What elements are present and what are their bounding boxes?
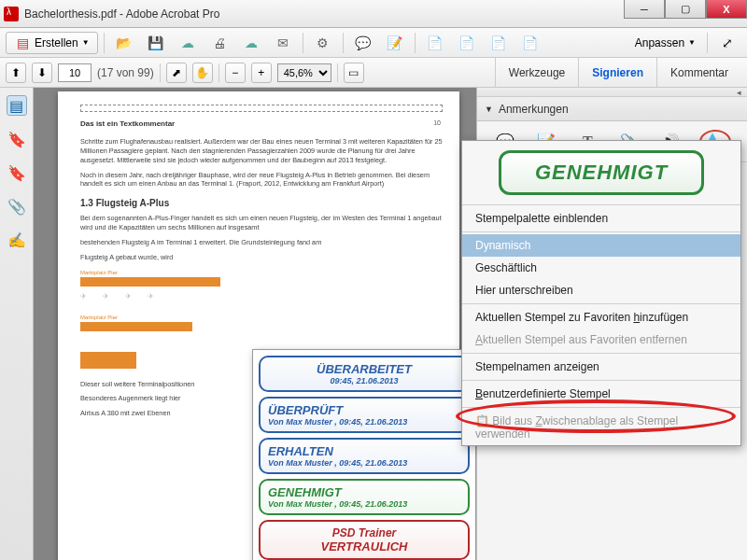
prev-page-button[interactable]: ⬆: [6, 63, 26, 83]
rail-bookmarks[interactable]: 🔖: [7, 129, 27, 149]
zoom-in-button[interactable]: +: [251, 63, 272, 83]
zoom-select[interactable]: 45,6%: [277, 63, 331, 82]
menu-dynamic[interactable]: Dynamisch: [462, 234, 740, 257]
plane-icon: ✈: [125, 292, 138, 305]
view-tool-button[interactable]: ▭: [344, 63, 364, 83]
highlight-button[interactable]: 📝: [381, 32, 409, 54]
comment-bubble-button[interactable]: 💬: [349, 32, 377, 54]
cloud-down-button[interactable]: ☁: [237, 32, 265, 54]
settings-button[interactable]: ⚙: [309, 32, 337, 54]
menu-show-names[interactable]: Stempelnamen anzeigen: [462, 356, 740, 378]
rail-bookmark2[interactable]: 🔖: [7, 162, 27, 183]
minimize-button[interactable]: ─: [624, 0, 665, 19]
hand-tool-button[interactable]: ✋: [192, 63, 213, 83]
body-text: bestehenden Flugsteig A im Terminal 1 er…: [80, 238, 443, 247]
tool-c-button[interactable]: 📄: [485, 32, 513, 54]
tool-a-button[interactable]: 📄: [421, 32, 449, 54]
pdf-icon: ▤: [14, 35, 31, 51]
tab-sign[interactable]: Signieren: [578, 58, 656, 88]
page-count: (17 von 99): [97, 66, 154, 79]
stamp-detail: Von Max Muster , 09:45, 21.06.2013: [268, 417, 460, 427]
folder-icon: 📂: [116, 35, 133, 51]
stamp-preview-big[interactable]: GENEHMIGT: [499, 150, 704, 195]
customize-label: Anpassen: [635, 36, 684, 49]
cloud-up-icon: ☁: [179, 35, 196, 51]
menu-add-favorite[interactable]: Aktuellen Stempel zu Favoriten hinzufüge…: [462, 306, 740, 329]
chevron-down-icon: ▼: [485, 105, 493, 114]
panel-collapse[interactable]: ◂: [477, 88, 747, 97]
body-text: Bei dem sogenannten A-Plus-Finger handel…: [80, 214, 443, 232]
tool-c-icon: 📄: [490, 35, 507, 51]
menu-custom-stamps[interactable]: Benutzerdefinierte Stempel: [462, 383, 740, 405]
customize-button[interactable]: Anpassen ▼: [629, 32, 701, 54]
rail-attachments[interactable]: 📎: [7, 196, 27, 217]
panel-header[interactable]: ▼ Anmerkungen: [477, 97, 747, 121]
dropdown-icon: ▼: [688, 38, 696, 47]
save-button[interactable]: 💾: [142, 32, 170, 54]
heading: 1.3 Flugsteig A-Plus: [80, 198, 443, 208]
window-title: Bachelorthesis.pdf - Adobe Acrobat Pro: [24, 7, 219, 21]
diagram-label: Marktplatz Pier: [80, 315, 443, 320]
menu-sign-here[interactable]: Hier unterschreiben: [462, 279, 740, 301]
window-controls: ─ ▢ X: [624, 0, 747, 19]
gear-icon: ⚙: [315, 35, 331, 51]
body-text: Flugsteig A gebaut wurde, wird: [80, 253, 443, 262]
tool-b-button[interactable]: 📄: [453, 32, 481, 54]
tab-tools[interactable]: Werkzeuge: [495, 58, 578, 88]
print-icon: 🖨: [211, 35, 228, 51]
diagram-label: Marktplatz Pier: [80, 270, 443, 275]
stamp-detail: Von Max Muster , 09:45, 21.06.2013: [268, 499, 460, 509]
panel-title: Anmerkungen: [499, 103, 569, 116]
stamp-genehmigt[interactable]: GENEHMIGT Von Max Muster , 09:45, 21.06.…: [259, 479, 470, 515]
stamp-big-label: GENEHMIGT: [535, 161, 668, 184]
expand-icon: ⤢: [719, 35, 736, 51]
diagram-bar: [80, 322, 192, 331]
stamp-erhalten[interactable]: ERHALTEN Von Max Muster , 09:45, 21.06.2…: [259, 438, 470, 474]
print-button[interactable]: 🖨: [205, 32, 233, 54]
menu-clipboard-stamp: 📋 Bild aus Zwischenablage als Stempel ve…: [462, 410, 740, 445]
create-button[interactable]: ▤ Erstellen ▼: [6, 32, 98, 54]
open-button[interactable]: 📂: [110, 32, 138, 54]
cloud-up-button[interactable]: ☁: [174, 32, 202, 54]
diagram-bar: [80, 277, 220, 287]
tool-d-button[interactable]: 📄: [516, 32, 544, 54]
menu-business[interactable]: Geschäftlich: [462, 257, 740, 279]
stamp-title2: VERTRAULICH: [268, 539, 460, 553]
close-button[interactable]: X: [706, 0, 747, 19]
stamp-ueberprueft[interactable]: ÜBERPRÜFT Von Max Muster , 09:45, 21.06.…: [259, 397, 470, 433]
dropdown-icon: ▼: [82, 38, 90, 47]
stamp-menu: GENEHMIGT Stempelpalette einblenden Dyna…: [461, 140, 741, 446]
right-tabs: Werkzeuge Signieren Kommentar: [495, 58, 741, 88]
toolbar-nav: ⬆ ⬇ (17 von 99) ⬈ ✋ − + 45,6% ▭ Werkzeug…: [0, 58, 747, 88]
document-area[interactable]: Das ist ein Textkommentar 10 Schritte zu…: [34, 88, 476, 560]
left-rail: ▤ 🔖 🔖 📎 ✍: [0, 88, 34, 560]
mail-button[interactable]: ✉: [269, 32, 297, 54]
zoom-out-button[interactable]: −: [225, 63, 246, 83]
tab-comment[interactable]: Kommentar: [656, 58, 741, 88]
stamp-title: ERHALTEN: [268, 444, 460, 458]
rail-thumbnails[interactable]: ▤: [7, 95, 27, 116]
stamp-title: GENEHMIGT: [268, 485, 460, 499]
page-input[interactable]: [58, 63, 92, 82]
tool-b-icon: 📄: [458, 35, 475, 51]
text-comment: Das ist ein Textkommentar: [80, 119, 443, 128]
page-number: 10: [433, 119, 441, 126]
stamp-vertraulich[interactable]: PSD Trainer VERTRAULICH: [259, 520, 470, 560]
stamp-title: ÜBERARBEITET: [268, 362, 460, 376]
diagram-bar: [80, 352, 136, 369]
stamp-detail: Von Max Muster , 09:45, 21.06.2013: [268, 458, 460, 468]
mail-icon: ✉: [275, 35, 291, 51]
stamp-ueberarbeitet[interactable]: ÜBERARBEITET 09:45, 21.06.2013: [259, 356, 470, 392]
body-text: Noch in diesem Jahr, nach dreijähriger B…: [80, 171, 443, 189]
create-label: Erstellen: [35, 36, 78, 49]
menu-show-palette[interactable]: Stempelpalette einblenden: [462, 207, 740, 230]
toolbar-main: ▤ Erstellen ▼ 📂 💾 ☁ 🖨 ☁ ✉ ⚙ 💬 📝 📄 📄 📄 📄 …: [0, 28, 747, 58]
rail-signatures[interactable]: ✍: [7, 230, 27, 250]
maximize-button[interactable]: ▢: [665, 0, 706, 19]
select-tool-button[interactable]: ⬈: [166, 63, 187, 83]
highlight-icon: 📝: [387, 35, 403, 51]
expand-button[interactable]: ⤢: [713, 32, 741, 54]
plane-icon: ✈: [148, 292, 161, 305]
next-page-button[interactable]: ⬇: [32, 63, 52, 83]
stamp-detail: 09:45, 21.06.2013: [268, 376, 460, 385]
